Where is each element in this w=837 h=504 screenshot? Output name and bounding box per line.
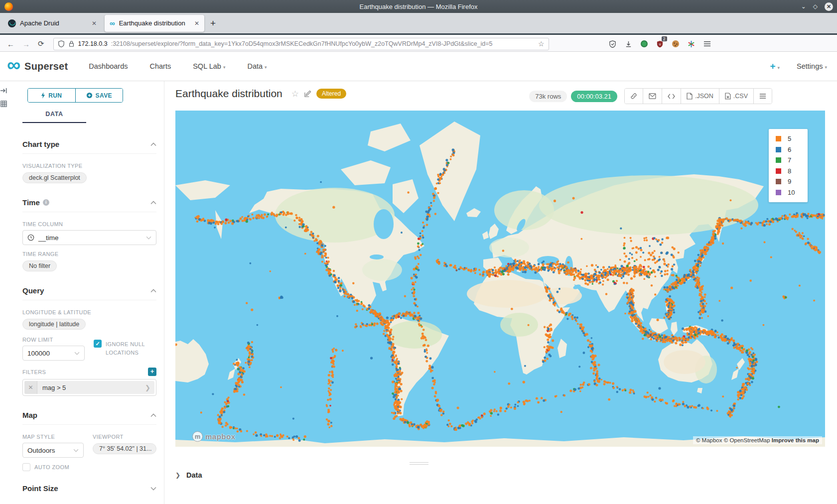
panel-resize-handle[interactable] [410,462,428,466]
filter-expression: mag > 5 [37,384,66,391]
mapbox-pin-icon: m [192,431,203,442]
row-limit-select[interactable]: 100000 [22,346,85,361]
ignore-null-checkbox[interactable]: ✓ [94,340,102,348]
superset-brand-name: Superset [24,61,68,72]
filters-label: FILTERS [22,369,46,375]
favorite-star-icon[interactable]: ☆ [291,89,299,99]
improve-map-link[interactable]: Improve this map [772,437,819,443]
chevron-up-icon [150,289,156,293]
section-map[interactable]: Map [22,411,156,425]
adblock-shield-icon[interactable]: u 2 [656,39,664,48]
viewport-pill[interactable]: 7° 35' 54.02" | 31... [93,443,156,454]
nav-item-dashboards[interactable]: Dashboards [89,62,128,70]
legend-label: 6 [788,146,791,153]
legend-swatch [776,179,781,184]
deckgl-map[interactable]: 5678910 m mapbox © Mapbox © OpenStreetMa… [175,111,825,447]
tab-data[interactable]: DATA [22,111,86,123]
export-json-button[interactable]: .JSON [681,89,719,104]
legend-swatch [776,136,781,141]
superset-infinity-icon: ∞ [7,57,20,72]
tab-close-icon[interactable]: ✕ [92,20,97,27]
section-point-size[interactable]: Point Size [22,484,156,498]
hamburger-menu-icon[interactable] [703,40,711,47]
url-input[interactable]: 172.18.0.3 :32108/superset/explore/?form… [53,38,549,50]
section-chart-type[interactable]: Chart type [22,140,156,154]
forward-button[interactable]: → [22,40,30,48]
mapbox-logo[interactable]: m mapbox [192,431,236,442]
remove-filter-icon[interactable]: ✕ [24,381,37,394]
superset-logo[interactable]: ∞ Superset [7,60,68,72]
dataset-grid-icon[interactable] [0,100,7,108]
envelope-icon [649,93,656,99]
bookmark-star-icon[interactable]: ☆ [538,40,545,48]
section-query[interactable]: Query [22,286,156,300]
legend-label: 8 [788,167,791,175]
section-time[interactable]: Time i [22,198,156,212]
map-style-label: MAP STYLE [22,434,84,440]
viz-type-pill[interactable]: deck.gl Scatterplot [22,172,87,183]
window-maximize-button[interactable]: ◇ [813,3,818,10]
legend-item: 5 [776,133,808,144]
clock-icon [27,234,34,241]
lonlat-pill[interactable]: longitude | latitude [22,319,86,330]
legend-item: 9 [776,176,808,187]
url-host: 172.18.0.3 [78,40,108,47]
filter-row[interactable]: ✕ mag > 5 ❯ [24,381,154,394]
window-minimize-button[interactable]: ⌄ [801,3,806,10]
browser-toolbar: ← → ⟳ 172.18.0.3 :32108/superset/explore… [0,36,837,52]
insecure-lock-icon[interactable] [68,40,75,47]
run-button[interactable]: RUN [28,89,75,102]
expand-datasource-panel-icon[interactable] [0,87,7,94]
window-close-button[interactable]: ✕ [825,2,833,11]
data-panel-toggle[interactable]: ❯ Data [175,471,202,479]
chart-menu-button[interactable] [753,89,772,104]
settings-menu[interactable]: Settings▾ [797,62,827,70]
altered-badge[interactable]: Altered [316,89,346,99]
legend-swatch [776,147,781,152]
tracking-shield-icon[interactable] [58,40,65,47]
viz-type-label: VISUALIZATION TYPE [22,163,156,169]
nav-item-charts[interactable]: Charts [149,62,171,70]
chevron-up-icon [150,201,156,205]
time-range-pill[interactable]: No filter [22,260,57,271]
chevron-down-icon [150,487,156,491]
time-range-label: TIME RANGE [22,251,156,257]
filter-container: ✕ mag > 5 ❯ [22,379,156,396]
auto-zoom-checkbox[interactable] [22,463,30,471]
export-csv-button[interactable]: .CSV [719,89,753,104]
protections-shield-icon[interactable] [609,40,616,48]
window-title: Earthquake distribution — Mozilla Firefo… [0,3,837,10]
caret-down-icon: ▾ [778,65,780,70]
email-button[interactable] [643,89,662,104]
add-new-button[interactable]: +▾ [770,61,780,72]
legend-swatch [776,168,781,174]
copy-link-button[interactable] [625,89,643,104]
legend-label: 5 [788,135,791,142]
edit-properties-icon[interactable] [304,90,311,98]
file-x-icon [725,93,731,100]
add-filter-button[interactable]: + [148,368,156,376]
nav-item-sql-lab[interactable]: SQL Lab▾ [193,62,225,70]
reload-button[interactable]: ⟳ [38,39,44,48]
save-button[interactable]: SAVE [75,89,123,102]
embed-code-button[interactable] [662,89,681,104]
nav-item-data[interactable]: Data▾ [247,62,267,70]
time-column-select[interactable]: __time [22,230,156,245]
back-button[interactable]: ← [7,40,14,48]
tab-apache-druid[interactable]: Apache Druid ✕ [3,15,102,32]
tab-close-icon[interactable]: ✕ [194,20,199,27]
chevron-down-icon [74,352,80,355]
download-icon[interactable] [625,40,632,48]
legend-label: 10 [788,189,795,196]
caret-down-icon: ▾ [825,65,827,70]
map-style-select[interactable]: Outdoors [22,443,84,458]
tab-title: Apache Druid [20,19,59,27]
chevron-up-icon [150,413,156,417]
new-tab-button[interactable]: + [210,18,216,29]
tab-earthquake-distribution[interactable]: ∞ Earthquake distribution ✕ [105,15,204,32]
data-panel-title: Data [186,471,202,479]
cookie-extension-icon[interactable] [672,40,679,47]
legend-swatch [776,157,781,163]
extension-green-icon[interactable] [641,40,648,47]
colorful-asterisk-extension-icon[interactable] [688,40,695,48]
